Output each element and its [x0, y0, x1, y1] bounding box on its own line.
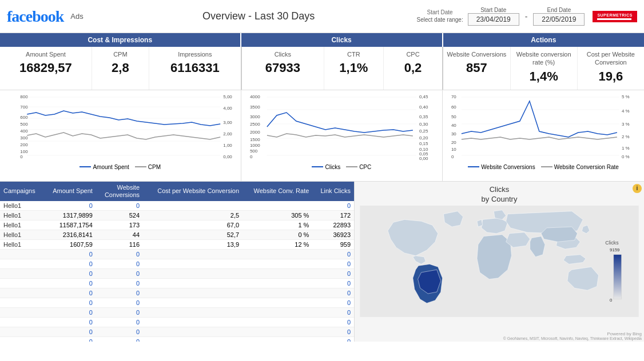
end-date-col: End Date — [533, 7, 585, 26]
svg-text:Clicks: Clicks — [605, 240, 619, 246]
start-date-input[interactable] — [468, 13, 519, 26]
svg-text:0,15: 0,15 — [419, 141, 428, 146]
table-cell: 0 — [96, 288, 143, 298]
table-cell: 0 — [96, 201, 143, 211]
table-cell: 0 — [312, 336, 354, 341]
table-cell: 0 % — [243, 230, 312, 239]
cpc-legend-label: CPC — [359, 164, 371, 170]
website-conversion-rate-value: 1,4% — [513, 69, 575, 84]
website-conversions-legend: Website Conversions — [468, 164, 535, 170]
ctr-value: 1,1% — [327, 61, 381, 75]
amount-spent-legend-line — [79, 166, 91, 167]
table-cell — [143, 336, 243, 341]
website-conversion-rate-legend-line — [541, 166, 552, 167]
table-cell — [243, 307, 312, 317]
table-cell — [0, 307, 43, 317]
cpm-legend-label: CPM — [148, 164, 161, 170]
map-title: Clicks — [355, 182, 644, 195]
svg-text:100: 100 — [20, 149, 28, 154]
website-conversions-header: WebsiteConversions — [96, 182, 143, 201]
table-cell — [0, 288, 43, 298]
clicks-legend-item: Clicks — [312, 164, 340, 170]
cost-impressions-svg: 800 700 600 500 400 300 200 100 0 5,00 4… — [2, 93, 238, 161]
table-row: 000 — [0, 288, 354, 298]
website-conversions-label: Website Conversions — [446, 50, 507, 58]
svg-text:0,35: 0,35 — [419, 114, 428, 119]
table-body: Hello1000Hello11317,98995242,5305 %172He… — [0, 201, 354, 342]
start-date-label: Start Date — [427, 9, 453, 15]
table-row: 000 — [0, 259, 354, 268]
svg-rect-67 — [614, 254, 622, 299]
date-inputs: Start Date - End Date — [468, 7, 585, 26]
table-cell: 0 — [96, 249, 143, 259]
table-cell: 0 — [96, 298, 143, 307]
impressions-col: Impressions 6116331 — [149, 47, 241, 90]
info-icon[interactable]: i — [633, 184, 642, 193]
table-cell: 0 — [312, 317, 354, 327]
supermetrics-logo: SUPERMETRICS — [593, 11, 637, 22]
svg-text:70: 70 — [451, 94, 456, 99]
powered-by: Powered by Bing — [503, 331, 642, 336]
link-clicks-header: Link Clicks — [312, 182, 354, 201]
svg-text:3500: 3500 — [249, 105, 260, 110]
svg-text:2500: 2500 — [249, 122, 260, 127]
svg-text:500: 500 — [20, 122, 28, 127]
website-conversion-rate-label: Website conversion rate (%) — [513, 50, 575, 67]
svg-text:0,00: 0,00 — [419, 156, 428, 161]
table-cell — [143, 317, 243, 327]
actions-legend: Website Conversions Website Conversion R… — [445, 164, 642, 170]
svg-text:1 %: 1 % — [622, 146, 630, 151]
table-cell: 0 — [312, 278, 354, 288]
svg-text:9159: 9159 — [610, 247, 619, 252]
impressions-value: 6116331 — [152, 61, 238, 75]
svg-text:0,20: 0,20 — [419, 135, 428, 141]
table-cell — [0, 317, 43, 327]
table-cell — [143, 268, 243, 278]
svg-text:800: 800 — [20, 94, 28, 99]
table-cell: 0 — [96, 259, 143, 268]
svg-text:600: 600 — [20, 115, 28, 120]
table-cell: 22893 — [312, 220, 354, 230]
website-conversions-value: 857 — [446, 61, 507, 75]
cpc-value: 0,2 — [386, 61, 440, 75]
amount-spent-col: Amount Spent 16829,57 — [0, 47, 92, 90]
clicks-svg: 4000 3500 3000 2500 2000 1500 1000 500 0… — [244, 93, 440, 161]
end-date-input[interactable] — [533, 13, 585, 26]
table-cell — [143, 327, 243, 336]
table-row: 000 — [0, 327, 354, 336]
table-cell — [243, 327, 312, 336]
svg-text:500: 500 — [249, 149, 257, 154]
clicks-metrics: Clicks 67933 CTR 1,1% CPC 0,2 — [242, 47, 444, 90]
svg-text:3,00: 3,00 — [223, 120, 232, 125]
amount-spent-header: Amount Spent — [43, 182, 96, 201]
table-cell: 0 — [43, 327, 96, 336]
amount-spent-label: Amount Spent — [2, 50, 89, 58]
table-cell — [243, 317, 312, 327]
svg-text:4,00: 4,00 — [223, 106, 232, 111]
table-cell: 36923 — [312, 230, 354, 239]
table-cell: 0 — [312, 327, 354, 336]
world-map-svg: Clicks 9159 0 — [355, 206, 644, 317]
map-section: i Clicks by Country — [355, 182, 644, 342]
bottom-area: Campaigns Amount Spent WebsiteConversion… — [0, 182, 644, 342]
table-row: Hello1000 — [0, 201, 354, 211]
table-cell — [143, 249, 243, 259]
svg-text:5 %: 5 % — [622, 94, 630, 99]
table-cell: Hello1 — [0, 239, 43, 249]
ctr-col: CTR 1,1% — [324, 47, 384, 90]
svg-text:4000: 4000 — [249, 94, 260, 99]
cost-impressions-legend: Amount Spent CPM — [2, 164, 238, 170]
svg-text:3000: 3000 — [249, 114, 260, 119]
page-title: Overview - Last 30 Days — [101, 10, 417, 22]
table-cell: 0 — [43, 298, 96, 307]
svg-text:0,30: 0,30 — [419, 122, 428, 127]
svg-text:0,00: 0,00 — [223, 154, 232, 159]
charts-area: 800 700 600 500 400 300 200 100 0 5,00 4… — [0, 90, 644, 182]
svg-text:1500: 1500 — [249, 137, 260, 142]
table-cell: 1 % — [243, 220, 312, 230]
table-cell — [0, 327, 43, 336]
ads-label: Ads — [70, 12, 83, 21]
table-cell: 0 — [43, 288, 96, 298]
table-cell: Hello1 — [0, 220, 43, 230]
impressions-label: Impressions — [152, 50, 238, 58]
